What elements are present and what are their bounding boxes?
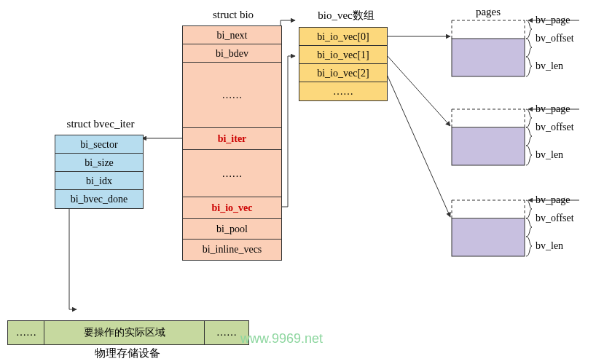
page2-bv-len: bv_len <box>536 149 563 161</box>
svg-rect-12 <box>452 127 525 165</box>
bio-bi-iter: bi_iter <box>182 127 282 151</box>
bio-ellipsis-2: …… <box>182 149 282 198</box>
svg-rect-17 <box>452 218 525 256</box>
page1-bv-page: bv_page <box>536 15 570 26</box>
title-struct-bvec-iter: struct bvec_iter <box>57 118 144 130</box>
storage-caption: 物理存储设备 <box>80 347 175 360</box>
svg-line-2 <box>386 55 450 126</box>
watermark: www.9969.net <box>240 331 323 347</box>
title-pages: pages <box>466 6 510 18</box>
svg-line-3 <box>386 73 450 217</box>
bio-bi-pool: bi_pool <box>182 218 282 240</box>
title-bio-vec-array: bio_vec数组 <box>306 9 386 23</box>
svg-rect-7 <box>452 39 525 76</box>
page3-bv-len: bv_len <box>536 240 563 252</box>
bio-bi-io-vec: bi_io_vec <box>182 197 282 220</box>
storage-region: 要操作的实际区域 <box>44 320 205 345</box>
biovec-1: bi_io_vec[1] <box>299 45 388 65</box>
bio-bi-inline-vecs: bi_inline_vecs <box>182 239 282 261</box>
bvec-bi-idx: bi_idx <box>55 171 144 191</box>
bio-ellipsis-1: …… <box>182 62 282 129</box>
biovec-0: bi_io_vec[0] <box>299 27 388 47</box>
biovec-2: bi_io_vec[2] <box>299 63 388 83</box>
page1-bv-offset: bv_offset <box>536 33 574 44</box>
page2-bv-page: bv_page <box>536 103 570 115</box>
bvec-bi-bvec-done: bi_bvec_done <box>55 189 144 209</box>
page2-bv-offset: bv_offset <box>536 122 574 133</box>
bio-bi-bdev: bi_bdev <box>182 44 282 63</box>
bio-bi-next: bi_next <box>182 25 282 45</box>
storage-ellipsis-left: …… <box>7 320 45 345</box>
bvec-bi-size: bi_size <box>55 153 144 173</box>
title-struct-bio: struct bio <box>197 9 270 21</box>
page1-bv-len: bv_len <box>536 60 563 72</box>
page3-bv-offset: bv_offset <box>536 213 574 224</box>
bvec-bi-sector: bi_sector <box>55 135 144 154</box>
biovec-ellipsis: …… <box>299 82 388 101</box>
page3-bv-page: bv_page <box>536 194 570 206</box>
